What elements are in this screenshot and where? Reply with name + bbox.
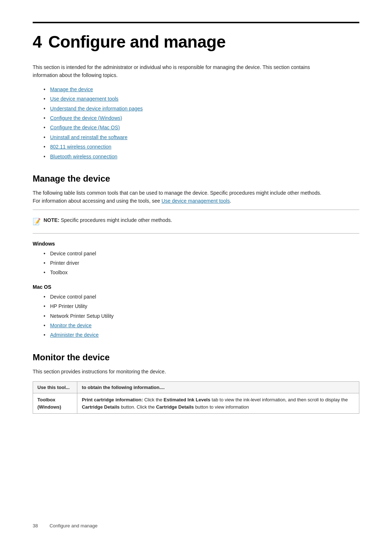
footer-page-number: 38 bbox=[33, 523, 38, 528]
macos-link-monitor[interactable]: Monitor the device bbox=[50, 323, 91, 328]
macos-item-1: Device control panel bbox=[44, 293, 359, 301]
table-cell-bold-1: Print cartridge information: bbox=[82, 397, 143, 402]
macos-title: Mac OS bbox=[33, 284, 359, 290]
macos-link-item-2: Administer the device bbox=[44, 331, 359, 339]
monitor-section-title: Monitor the device bbox=[33, 352, 359, 362]
manage-section-body: The following table lists common tools t… bbox=[33, 189, 330, 205]
macos-item-3: Network Printer Setup Utility bbox=[44, 312, 359, 320]
toc-item-7: 802.11 wireless connection bbox=[44, 143, 359, 151]
toc-link-5[interactable]: Configure the device (Mac OS) bbox=[50, 125, 120, 130]
windows-title: Windows bbox=[33, 241, 359, 247]
toc-item-2: Use device management tools bbox=[44, 95, 359, 103]
toc-link-8[interactable]: Bluetooth wireless connection bbox=[50, 154, 117, 159]
table-cell-info: Print cartridge information: Click the E… bbox=[77, 393, 359, 414]
divider-bottom bbox=[33, 233, 359, 234]
chapter-number: 4 bbox=[33, 32, 42, 51]
manage-body-link[interactable]: Use device management tools bbox=[162, 198, 230, 204]
monitor-section: Monitor the device This section provides… bbox=[33, 352, 359, 414]
windows-item-2: Printer driver bbox=[44, 259, 359, 267]
page: 4Configure and manage This section is in… bbox=[0, 0, 392, 543]
divider-top bbox=[33, 210, 359, 210]
manage-section: Manage the device The following table li… bbox=[33, 174, 359, 339]
macos-link-administer[interactable]: Administer the device bbox=[50, 332, 99, 338]
windows-item-3: Toolbox bbox=[44, 268, 359, 276]
toc-item-8: Bluetooth wireless connection bbox=[44, 153, 359, 161]
toc-link-3[interactable]: Understand the device information pages bbox=[50, 106, 143, 112]
note-box: 📝 NOTE: Specific procedures might includ… bbox=[33, 214, 330, 230]
table-col1-header: Use this tool... bbox=[33, 382, 77, 393]
manage-section-title: Manage the device bbox=[33, 174, 359, 184]
toc-link-1[interactable]: Manage the device bbox=[50, 86, 93, 92]
footer-title: Configure and manage bbox=[49, 523, 97, 528]
toc-link-4[interactable]: Configure the device (Windows) bbox=[50, 115, 122, 121]
macos-list: Device control panel HP Printer Utility … bbox=[44, 293, 359, 339]
chapter-title-text: Configure and manage bbox=[48, 32, 225, 51]
note-icon: 📝 bbox=[33, 217, 41, 227]
toc-link-2[interactable]: Use device management tools bbox=[50, 96, 118, 102]
toc-item-4: Configure the device (Windows) bbox=[44, 114, 359, 122]
table-header-row: Use this tool... to obtain the following… bbox=[33, 382, 359, 393]
intro-paragraph: This section is intended for the adminis… bbox=[33, 63, 330, 80]
note-label: NOTE: bbox=[44, 217, 60, 223]
macos-link-item-1: Monitor the device bbox=[44, 321, 359, 329]
toc-list: Manage the device Use device management … bbox=[44, 85, 359, 161]
table-row: Toolbox (Windows) Print cartridge inform… bbox=[33, 393, 359, 414]
note-body: Specific procedures might include other … bbox=[61, 217, 172, 223]
toc-link-7[interactable]: 802.11 wireless connection bbox=[50, 144, 111, 150]
table-cell-bold-2: Estimated Ink Levels bbox=[164, 397, 211, 402]
chapter-title: 4Configure and manage bbox=[33, 32, 359, 52]
toolbox-windows-label: Toolbox (Windows) bbox=[37, 397, 61, 410]
windows-list: Device control panel Printer driver Tool… bbox=[44, 250, 359, 277]
monitor-table: Use this tool... to obtain the following… bbox=[33, 381, 359, 414]
toc-link-6[interactable]: Uninstall and reinstall the software bbox=[50, 134, 127, 140]
toc-item-1: Manage the device bbox=[44, 85, 359, 93]
table-cell-bold-4: Cartridge Details bbox=[156, 404, 194, 410]
table-cell-tool: Toolbox (Windows) bbox=[33, 393, 77, 414]
footer: 38 Configure and manage bbox=[33, 523, 359, 528]
toc-item-5: Configure the device (Mac OS) bbox=[44, 123, 359, 131]
table-cell-bold-3: Cartridge Details bbox=[82, 404, 119, 410]
monitor-section-body: This section provides instructions for m… bbox=[33, 368, 330, 376]
note-text: NOTE: Specific procedures might include … bbox=[44, 216, 172, 224]
table-col2-header: to obtain the following information.... bbox=[77, 382, 359, 393]
toc-item-6: Uninstall and reinstall the software bbox=[44, 133, 359, 141]
toc-item-3: Understand the device information pages bbox=[44, 105, 359, 113]
manage-body-text-end: . bbox=[230, 198, 231, 204]
macos-item-2: HP Printer Utility bbox=[44, 302, 359, 310]
top-border bbox=[33, 22, 359, 23]
windows-item-1: Device control panel bbox=[44, 250, 359, 258]
